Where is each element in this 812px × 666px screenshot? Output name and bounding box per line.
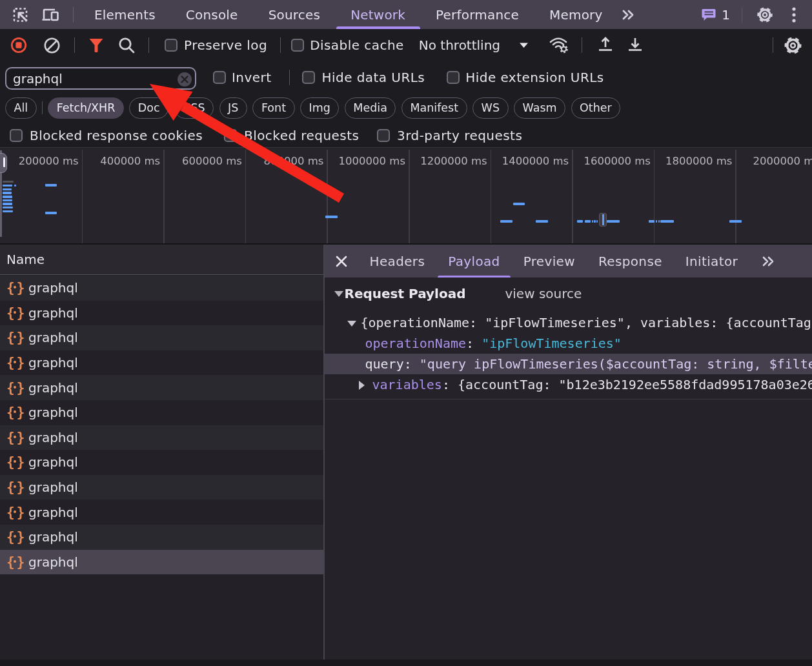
- overview-drag-handle[interactable]: [0, 153, 7, 173]
- more-tabs-icon[interactable]: [618, 8, 636, 21]
- hide-data-urls-checkbox[interactable]: [302, 71, 315, 84]
- type-chip-ws[interactable]: WS: [472, 97, 508, 119]
- request-row[interactable]: {}graphql: [0, 276, 323, 301]
- payload-tree: {operationName: "ipFlowTimeseries", vari…: [325, 312, 812, 395]
- type-chip-js[interactable]: JS: [219, 97, 247, 119]
- payload-tree-row[interactable]: {operationName: "ipFlowTimeseries", vari…: [325, 312, 812, 333]
- details-tab-initiator[interactable]: Initiator: [674, 245, 749, 278]
- request-row[interactable]: {}graphql: [0, 375, 323, 400]
- preserve-log-checkbox[interactable]: [165, 39, 178, 52]
- clear-filter-icon[interactable]: [178, 72, 192, 86]
- details-tab-response[interactable]: Response: [587, 245, 674, 278]
- request-row[interactable]: {}graphql: [0, 550, 323, 575]
- invert-checkbox[interactable]: [213, 71, 226, 84]
- more-filters-row: Blocked response cookiesBlocked requests…: [0, 123, 812, 147]
- devtools-tab-sources[interactable]: Sources: [253, 0, 336, 29]
- payload-tree-row[interactable]: query: "query ipFlowTimeseries($accountT…: [325, 354, 812, 374]
- devtools-tab-label: Memory: [549, 7, 603, 23]
- filter-separator: [289, 70, 290, 85]
- overview-gridline: [572, 150, 573, 243]
- devtools-tabbar-right: 1: [696, 6, 812, 24]
- request-row[interactable]: {}graphql: [0, 450, 323, 475]
- payload-text-segment: {accountTag: "b12e3b2192ee5588fdad995178…: [458, 377, 812, 392]
- network-overview-timeline[interactable]: 200000 ms400000 ms600000 ms800000 ms1000…: [0, 147, 812, 245]
- inspect-element-icon[interactable]: [12, 6, 29, 23]
- kebab-menu-icon[interactable]: [785, 6, 803, 23]
- request-row[interactable]: {}graphql: [0, 425, 323, 450]
- search-icon[interactable]: [117, 36, 136, 54]
- request-details-pane: HeadersPayloadPreviewResponseInitiator R…: [325, 245, 812, 666]
- type-chip-css[interactable]: CSS: [174, 97, 214, 119]
- throttling-caret-icon[interactable]: [519, 42, 529, 48]
- type-chip-doc[interactable]: Doc: [129, 97, 168, 119]
- payload-text-segment: "query ipFlowTimeseries($accountTag: str…: [420, 356, 812, 372]
- export-har-icon[interactable]: [626, 36, 644, 54]
- type-chip-all[interactable]: All: [5, 97, 37, 119]
- toolbar-separator-2: [148, 37, 149, 53]
- overview-gridline: [163, 150, 165, 243]
- devtools-tab-elements[interactable]: Elements: [79, 0, 171, 29]
- type-chip-manifest[interactable]: Manifest: [401, 97, 467, 119]
- json-braces-icon: {}: [6, 330, 23, 345]
- hide-extension-urls-checkbox[interactable]: [447, 71, 460, 84]
- type-chip-img[interactable]: Img: [300, 97, 339, 119]
- overview-gridline: [245, 150, 247, 243]
- request-row[interactable]: {}graphql: [0, 525, 323, 550]
- request-row[interactable]: {}graphql: [0, 400, 323, 425]
- network-conditions-icon[interactable]: [549, 36, 571, 54]
- request-name: graphql: [28, 479, 78, 495]
- details-more-tabs-icon[interactable]: [749, 256, 775, 267]
- console-messages-icon[interactable]: [701, 7, 717, 23]
- network-settings-gear-icon[interactable]: [773, 35, 812, 56]
- details-tab-headers[interactable]: Headers: [358, 245, 437, 278]
- devtools-tab-performance[interactable]: Performance: [421, 0, 534, 29]
- type-chip-wasm[interactable]: Wasm: [514, 97, 565, 119]
- close-details-icon[interactable]: [325, 245, 358, 278]
- blocked-response-cookies-checkbox[interactable]: [10, 129, 23, 142]
- type-chip-font[interactable]: Font: [252, 97, 294, 119]
- throttling-select[interactable]: No throttling: [419, 37, 500, 53]
- request-list: {}graphql{}graphql{}graphql{}graphql{}gr…: [0, 276, 323, 574]
- import-har-icon[interactable]: [596, 36, 614, 54]
- collapsed-arrow-icon[interactable]: [359, 381, 365, 390]
- record-button[interactable]: [10, 36, 27, 54]
- braces-dot: [14, 510, 16, 513]
- filter-input-value: graphql: [13, 71, 63, 86]
- request-row[interactable]: {}graphql: [0, 350, 323, 376]
- overview-request-mark: [607, 220, 620, 223]
- clear-network-log-icon[interactable]: [43, 36, 61, 55]
- filter-input[interactable]: graphql: [5, 67, 196, 90]
- type-chip-other[interactable]: Other: [571, 97, 621, 119]
- payload-tree-row[interactable]: operationName: "ipFlowTimeseries": [325, 333, 812, 354]
- name-column-header[interactable]: Name: [0, 245, 323, 275]
- request-name: graphql: [28, 554, 78, 570]
- request-name: graphql: [28, 380, 78, 396]
- overview-request-mark: [3, 192, 12, 194]
- request-row[interactable]: {}graphql: [0, 301, 323, 326]
- blocked-requests-checkbox[interactable]: [224, 129, 237, 142]
- devtools-tab-console[interactable]: Console: [170, 0, 253, 29]
- payload-tree-row[interactable]: variables: {accountTag: "b12e3b2192ee558…: [325, 374, 812, 395]
- request-row[interactable]: {}graphql: [0, 325, 323, 350]
- details-tab-payload[interactable]: Payload: [436, 245, 511, 278]
- disable-cache-checkbox[interactable]: [291, 39, 304, 52]
- details-tab-label: Response: [598, 254, 662, 269]
- request-payload-title: Request Payload: [345, 286, 466, 301]
- payload-text-segment: {operationName: "ipFlowTimeseries", vari…: [361, 315, 812, 330]
- request-payload-collapse-icon[interactable]: [334, 291, 343, 297]
- type-chip-media[interactable]: Media: [345, 97, 396, 119]
- request-row[interactable]: {}graphql: [0, 500, 323, 525]
- handle-grip-line: [3, 157, 5, 167]
- devtools-tab-memory[interactable]: Memory: [534, 0, 618, 29]
- device-toolbar-icon[interactable]: [41, 6, 59, 23]
- devtools-tab-network[interactable]: Network: [336, 0, 421, 29]
- details-tab-preview[interactable]: Preview: [512, 245, 587, 278]
- settings-gear-icon[interactable]: [755, 6, 775, 24]
- type-chip-fetchxhr[interactable]: Fetch/XHR: [48, 97, 124, 119]
- filter-funnel-icon[interactable]: [88, 37, 104, 53]
- expanded-arrow-icon[interactable]: [347, 321, 356, 327]
- view-source-link[interactable]: view source: [505, 286, 582, 301]
- -rd-party-requests-checkbox[interactable]: [377, 129, 390, 142]
- payload-text-segment: variables: [372, 377, 442, 392]
- request-row[interactable]: {}graphql: [0, 475, 323, 500]
